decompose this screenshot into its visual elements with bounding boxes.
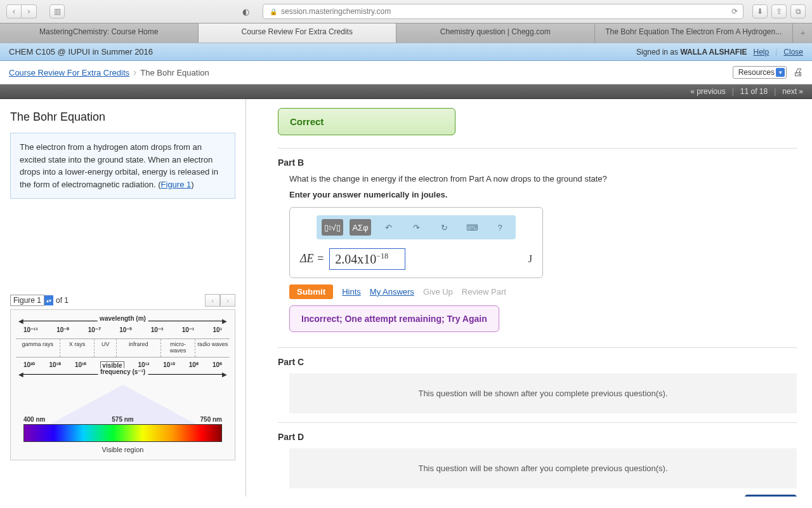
reset-button[interactable]: ↻ <box>433 219 455 236</box>
part-b-instruction: Enter your answer numerically in joules. <box>289 190 797 199</box>
figure-selector-bar: Figure 1 ▴▾ of 1 ‹ › <box>10 294 235 307</box>
part-b-question: What is the change in energy if the elec… <box>289 174 797 184</box>
right-column: Correct Part B What is the change in ene… <box>246 99 812 497</box>
chevron-right-icon: › <box>133 67 136 78</box>
greek-button[interactable]: ΑΣφ <box>350 219 371 236</box>
figure-box: ◀ wavelength (m) ▶ 10⁻¹¹ 10⁻⁹ 10⁻⁷ 10⁻⁵ … <box>10 309 235 460</box>
figure-select[interactable]: Figure 1 ▴▾ <box>10 295 53 306</box>
browser-tab-1[interactable]: Course Review For Extra Credits <box>199 23 397 43</box>
main-content: The Bohr Equation The electron from a hy… <box>0 99 812 497</box>
new-tab-button[interactable]: ＋ <box>793 23 812 43</box>
browser-chrome: ‹ › ▥ ◐ 🔒 session.masteringchemistry.com… <box>0 0 812 43</box>
breadcrumb-link[interactable]: Course Review For Extra Credits <box>9 68 129 77</box>
forward-button[interactable]: › <box>22 4 37 18</box>
answer-input[interactable]: 2.04x10−18 <box>329 248 405 270</box>
wavelength-label: wavelength (m) <box>97 315 148 322</box>
part-c-title: Part C <box>278 357 797 367</box>
undo-button[interactable]: ↶ <box>377 219 399 236</box>
url-text: session.masteringchemistry.com <box>281 7 391 16</box>
correct-feedback: Correct <box>278 108 455 135</box>
sidebar-toggle-button[interactable]: ▥ <box>49 4 65 18</box>
visible-spectrum-bar <box>23 424 222 442</box>
app-header: CHEM C105 @ IUPUI in Summer 2016 Signed … <box>0 43 812 61</box>
visible-caption: Visible region <box>16 446 230 453</box>
resources-dropdown[interactable]: Resources ▾ <box>733 66 787 79</box>
help-link[interactable]: Help <box>754 48 769 57</box>
give-up-link[interactable]: Give Up <box>423 287 453 297</box>
pager-bar: « previous | 11 of 18 | next » <box>0 84 812 99</box>
reload-icon[interactable]: ⟳ <box>731 7 738 16</box>
back-button[interactable]: ‹ <box>6 4 22 18</box>
address-bar[interactable]: 🔒 session.masteringchemistry.com ⟳ <box>263 4 743 19</box>
updown-arrow-icon: ▴▾ <box>44 295 53 305</box>
figure-prev-button[interactable]: ‹ <box>205 294 220 307</box>
part-c-locked: This question will be shown after you co… <box>289 373 797 413</box>
browser-tab-2[interactable]: Chemistry question | Chegg.com <box>396 23 595 43</box>
download-button[interactable]: ⬇ <box>752 4 768 18</box>
browser-tabstrip: MasteringChemistry: Course Home Course R… <box>0 23 812 43</box>
continue-button[interactable]: Continue <box>745 495 797 497</box>
browser-tab-3[interactable]: The Bohr Equation The Electron From A Hy… <box>595 23 794 43</box>
pager-next[interactable]: next » <box>782 87 803 96</box>
lock-icon: 🔒 <box>270 8 277 15</box>
incorrect-feedback: Incorrect; One attempt remaining; Try Ag… <box>289 305 499 332</box>
visible-marks: 400 nm 575 nm 750 nm <box>23 416 222 423</box>
action-row: Submit Hints My Answers Give Up Review P… <box>289 284 797 299</box>
part-b-title: Part B <box>278 157 797 168</box>
print-icon[interactable]: 🖨 <box>793 67 803 78</box>
left-column: The Bohr Equation The electron from a hy… <box>0 99 246 497</box>
help-button[interactable]: ? <box>489 219 511 236</box>
template-button[interactable]: ▯▯√▯ <box>322 219 343 236</box>
page-title: The Bohr Equation <box>10 110 235 124</box>
description-box: The electron from a hydrogen atom drops … <box>10 133 235 199</box>
part-d-title: Part D <box>278 432 797 442</box>
my-answers-link[interactable]: My Answers <box>370 287 414 297</box>
dropdown-arrow-icon: ▾ <box>776 68 785 77</box>
breadcrumb-current: The Bohr Equation <box>140 68 209 77</box>
reader-icon[interactable]: ◐ <box>237 4 254 18</box>
share-button[interactable]: ⇪ <box>771 4 787 18</box>
answer-box: ▯▯√▯ ΑΣφ ↶ ↷ ↻ ⌨ ? ΔE = 2.04x10−18 J <box>289 207 543 278</box>
equation-toolbar: ▯▯√▯ ΑΣφ ↶ ↷ ↻ ⌨ ? <box>317 215 516 239</box>
breadcrumb: Course Review For Extra Credits › The Bo… <box>0 61 812 84</box>
submit-button[interactable]: Submit <box>289 284 333 299</box>
bottom-row: Provide Feedback Continue <box>278 488 797 497</box>
unit-label: J <box>528 253 532 265</box>
pager-position: 11 of 18 <box>740 87 768 96</box>
browser-toolbar: ‹ › ▥ ◐ 🔒 session.masteringchemistry.com… <box>0 0 812 23</box>
frequency-label: frequency (s⁻¹) <box>98 368 148 375</box>
delta-e-label: ΔE = <box>300 252 324 265</box>
course-title: CHEM C105 @ IUPUI in Summer 2016 <box>9 47 153 57</box>
hints-link[interactable]: Hints <box>342 287 361 297</box>
signed-in-label: Signed in as WALLA ALSHAFIE <box>636 48 747 57</box>
review-part-link[interactable]: Review Part <box>462 287 506 297</box>
close-link[interactable]: Close <box>783 48 803 57</box>
keyboard-button[interactable]: ⌨ <box>461 219 483 236</box>
tabs-button[interactable]: ⧉ <box>790 4 806 18</box>
browser-tab-0[interactable]: MasteringChemistry: Course Home <box>0 23 199 43</box>
part-d-locked: This question will be shown after you co… <box>289 448 797 488</box>
pager-prev[interactable]: « previous <box>690 87 725 96</box>
wavelength-ticks: 10⁻¹¹ 10⁻⁹ 10⁻⁷ 10⁻⁵ 10⁻³ 10⁻¹ 10¹ <box>16 326 230 333</box>
figure-link[interactable]: Figure 1 <box>161 180 192 189</box>
redo-button[interactable]: ↷ <box>405 219 427 236</box>
figure-next-button[interactable]: › <box>220 294 235 307</box>
spectrum-bands: gamma rays X rays UV infrared micro- wav… <box>16 338 230 358</box>
